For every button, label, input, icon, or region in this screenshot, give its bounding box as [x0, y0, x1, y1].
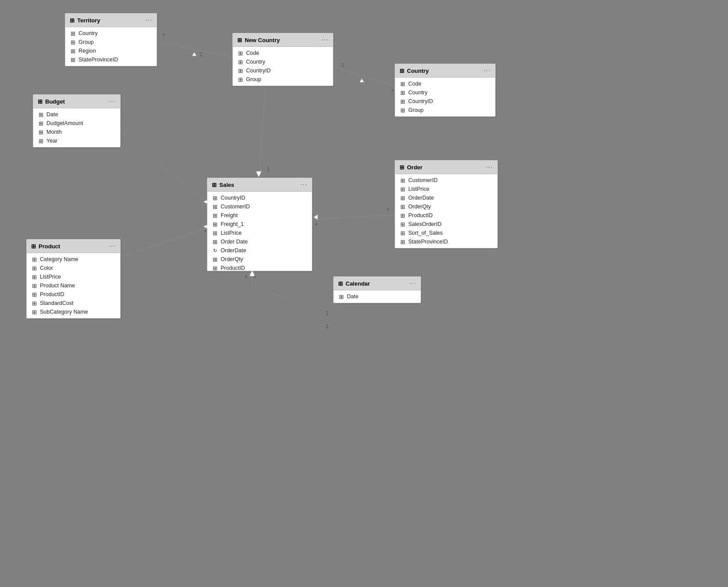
product-table: ⊞ Product ··· ⊞Category Name ⊞Color ⊞Lis… — [26, 239, 121, 319]
territory-table-icon: ⊞ — [70, 17, 75, 24]
new-country-table-header[interactable]: ⊞ New Country ··· — [233, 33, 333, 47]
field-row: ⊞SalesOrderID — [395, 220, 497, 229]
territory-menu[interactable]: ··· — [145, 16, 152, 24]
budget-menu[interactable]: ··· — [109, 97, 116, 105]
sales-table-body: ⊞CountryID ⊞CustomerID ⊞Freight ⊞Freight… — [207, 192, 312, 271]
field-icon: ⊞ — [70, 57, 76, 63]
svg-text:1: 1 — [325, 323, 328, 329]
field-icon: ⊞ — [38, 120, 44, 126]
budget-table-icon: ⊞ — [38, 98, 43, 105]
product-table-icon: ⊞ — [31, 243, 36, 250]
territory-table-header[interactable]: ⊞ Territory ··· — [65, 14, 157, 27]
product-table-name: Product — [39, 243, 60, 250]
svg-line-0 — [157, 42, 232, 57]
sales-table-icon: ⊞ — [212, 182, 217, 188]
field-icon: ⊞ — [237, 76, 243, 82]
calendar-menu[interactable]: ··· — [409, 279, 416, 287]
field-icon: ⊞ — [400, 230, 406, 236]
order-menu[interactable]: ··· — [486, 163, 493, 171]
svg-text:*: * — [253, 275, 256, 282]
field-row: ⊞Color — [27, 264, 120, 272]
field-row: ⊞Country — [233, 57, 333, 66]
svg-line-23 — [252, 290, 333, 307]
territory-table-body: ⊞Country ⊞Group ⊞Region ⊞StateProvinceID — [65, 27, 157, 66]
sales-table-header[interactable]: ⊞ Sales ··· — [207, 178, 312, 192]
calendar-table-name: Calendar — [346, 280, 370, 287]
country-table: ⊞ Country ··· ⊞Code ⊞Country ⊞CountryID … — [395, 64, 496, 117]
svg-text:*: * — [387, 207, 389, 215]
svg-line-28 — [265, 290, 333, 320]
field-row: ⊞ListPrice — [207, 229, 312, 237]
budget-table-body: ⊞Date ⊞DudgetAmount ⊞Month ⊞Year — [33, 108, 120, 147]
svg-line-18 — [116, 228, 207, 259]
field-row: ⊞SubCategory Name — [27, 308, 120, 316]
field-row: ⊞OrderQty — [207, 255, 312, 264]
field-row: ⊞ListPrice — [27, 272, 120, 281]
calendar-table: ⊞ Calendar ··· ⊞Date — [333, 276, 421, 303]
budget-table-header[interactable]: ⊞ Budget ··· — [33, 95, 120, 108]
order-table-icon: ⊞ — [400, 164, 404, 171]
field-icon: ⊞ — [31, 256, 37, 262]
svg-text:*: * — [315, 222, 318, 229]
field-icon: ⊞ — [212, 212, 218, 218]
country-table-icon: ⊞ — [400, 68, 404, 74]
field-row: ⊞Freight_1 — [207, 220, 312, 229]
field-icon: ⊞ — [212, 204, 218, 210]
svg-text:1: 1 — [200, 51, 203, 57]
field-row: ⊞CustomerID — [207, 202, 312, 211]
field-row: ⊞Code — [233, 49, 333, 57]
field-row: ⊞Group — [65, 38, 157, 47]
new-country-table-name: New Country — [245, 37, 280, 43]
svg-line-14 — [312, 215, 395, 219]
field-icon: ⊞ — [400, 195, 406, 201]
field-icon: ⊞ — [400, 186, 406, 192]
field-icon: ⊞ — [31, 265, 37, 271]
field-icon: ⊞ — [38, 129, 44, 135]
field-row: ⊞StateProvinceID — [395, 237, 497, 246]
calendar-table-header[interactable]: ⊞ Calendar ··· — [334, 277, 421, 290]
field-icon: ⊞ — [31, 300, 37, 306]
country-menu[interactable]: ··· — [484, 67, 491, 75]
field-icon: ⊞ — [70, 30, 76, 36]
field-row: ⊞Sort_of_Sales — [395, 229, 497, 237]
field-icon: ⊞ — [400, 89, 406, 96]
product-table-header[interactable]: ⊞ Product ··· — [27, 240, 120, 253]
field-row: ⊞Product Name — [27, 281, 120, 290]
product-menu[interactable]: ··· — [109, 242, 116, 250]
svg-text:1: 1 — [341, 61, 344, 68]
field-row: ⊞CountryID — [233, 66, 333, 75]
svg-text:1: 1 — [267, 166, 270, 172]
territory-table: ⊞ Territory ··· ⊞Country ⊞Group ⊞Region … — [65, 13, 157, 66]
new-country-menu[interactable]: ··· — [321, 36, 328, 44]
field-icon: ⊞ — [212, 256, 218, 262]
svg-marker-5 — [359, 78, 364, 82]
field-icon: ⊞ — [237, 59, 243, 65]
field-icon: ⊞ — [400, 212, 406, 218]
country-table-header[interactable]: ⊞ Country ··· — [395, 64, 495, 78]
order-table-body: ⊞CustomerID ⊞ListPrice ⊞OrderDate ⊞Order… — [395, 174, 497, 248]
field-row: ⊞CustomerID — [395, 176, 497, 185]
field-row: ⊞ListPrice — [395, 185, 497, 193]
order-table-header[interactable]: ⊞ Order ··· — [395, 161, 497, 174]
field-icon: ⊞ — [400, 177, 406, 183]
field-icon: ⊞ — [237, 68, 243, 74]
field-row: ⊞ProductID — [395, 211, 497, 220]
field-icon: ⊞ — [237, 50, 243, 56]
calendar-table-icon: ⊞ — [338, 280, 343, 287]
budget-table-name: Budget — [45, 98, 65, 105]
order-table: ⊞ Order ··· ⊞CustomerID ⊞ListPrice ⊞Orde… — [395, 160, 498, 248]
svg-marker-9 — [256, 171, 262, 178]
sales-menu[interactable]: ··· — [300, 181, 307, 189]
field-icon: ⊞ — [400, 221, 406, 227]
field-icon: ⊞ — [70, 48, 76, 54]
field-icon: ⊞ — [400, 107, 406, 113]
budget-table: ⊞ Budget ··· ⊞Date ⊞DudgetAmount ⊞Month … — [33, 94, 121, 147]
field-row: ⊞Country — [395, 88, 495, 97]
field-row: ⊞Order Date — [207, 237, 312, 246]
field-row: ⊞OrderDate — [395, 193, 497, 202]
svg-line-11 — [116, 129, 207, 202]
new-country-table: ⊞ New Country ··· ⊞Code ⊞Country ⊞Countr… — [232, 33, 333, 86]
field-icon: ⊞ — [31, 283, 37, 289]
field-row: ⊞StandardCost — [27, 299, 120, 308]
field-row: ⊞Category Name — [27, 255, 120, 264]
